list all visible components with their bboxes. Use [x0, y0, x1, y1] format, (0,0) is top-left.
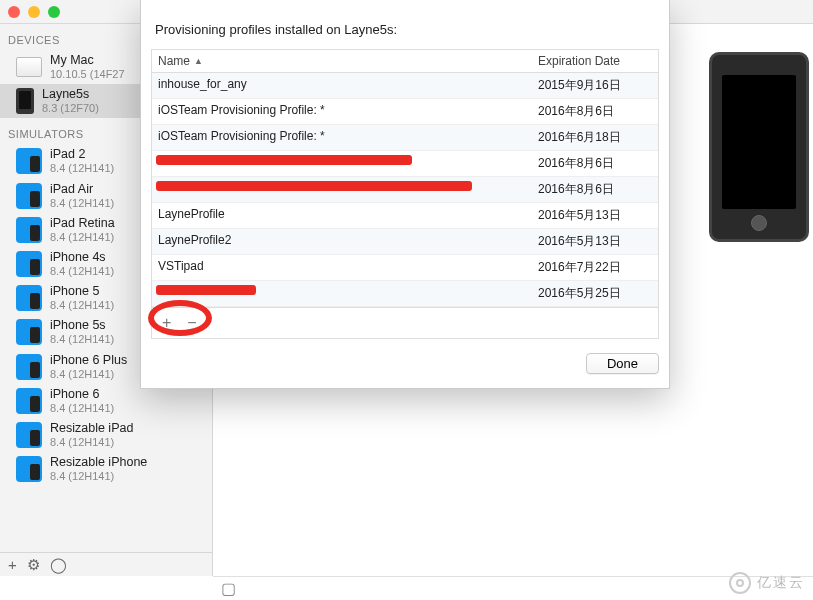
cell-date: 2016年5月25日 — [532, 281, 658, 306]
cell-name: iOSTeam Provisioning Profile: * — [152, 99, 532, 124]
column-header-date[interactable]: Expiration Date — [532, 50, 658, 72]
sort-asc-icon: ▲ — [194, 56, 203, 66]
device-icon — [16, 388, 42, 414]
redaction-mark — [156, 285, 256, 295]
cell-date: 2016年8月6日 — [532, 151, 658, 176]
table-row[interactable]: VSTipad 2016年7月22日 — [152, 255, 658, 281]
device-name: Layne5s — [42, 87, 99, 102]
add-profile-button[interactable]: + — [162, 314, 171, 332]
device-name: iPad Air — [50, 182, 114, 197]
sidebar-bottom-toolbar: + ⚙ ◯ — [0, 552, 212, 576]
table-row[interactable]: inhouse_for_any 2015年9月16日 — [152, 73, 658, 99]
table-row[interactable]: 2016年5月25日 — [152, 281, 658, 307]
table-row[interactable]: iOSTeam Provisioning Profile: * 2016年8月6… — [152, 99, 658, 125]
sheet-title: Provisioning profiles installed on Layne… — [151, 16, 659, 49]
table-footer: + − — [152, 307, 658, 338]
device-icon — [16, 285, 42, 311]
remove-profile-button[interactable]: − — [187, 314, 196, 332]
device-icon — [16, 251, 42, 277]
device-name: iPad Retina — [50, 216, 115, 231]
device-icon — [16, 319, 42, 345]
device-name: iPhone 4s — [50, 250, 114, 265]
sidebar-item[interactable]: Resizable iPad 8.4 (12H141) — [0, 418, 212, 452]
device-name: Resizable iPhone — [50, 455, 147, 470]
device-icon — [16, 217, 42, 243]
zoom-window-icon[interactable] — [48, 6, 60, 18]
watermark: 亿速云 — [729, 572, 805, 594]
device-subtitle: 8.4 (12H141) — [50, 470, 147, 483]
device-icon — [16, 183, 42, 209]
table-header: Name ▲ Expiration Date — [152, 50, 658, 73]
sidebar-gear-icon[interactable]: ⚙ — [27, 556, 40, 574]
watermark-logo-icon — [729, 572, 751, 594]
cell-name — [152, 151, 532, 176]
device-subtitle: 10.10.5 (14F27 — [50, 68, 125, 81]
profiles-table: Name ▲ Expiration Date inhouse_for_any 2… — [151, 49, 659, 339]
table-row[interactable]: LayneProfile 2016年5月13日 — [152, 203, 658, 229]
device-subtitle: 8.4 (12H141) — [50, 368, 127, 381]
device-name: Resizable iPad — [50, 421, 133, 436]
device-name: My Mac — [50, 53, 125, 68]
table-row[interactable]: 2016年8月6日 — [152, 177, 658, 203]
column-header-name[interactable]: Name ▲ — [152, 50, 532, 72]
redaction-mark — [156, 181, 472, 191]
cell-date: 2016年7月22日 — [532, 255, 658, 280]
cell-date: 2016年5月13日 — [532, 229, 658, 254]
device-image — [709, 52, 809, 242]
device-name: iPhone 5s — [50, 318, 114, 333]
device-subtitle: 8.4 (12H141) — [50, 162, 114, 175]
home-button-icon — [751, 215, 767, 231]
cell-date: 2016年8月6日 — [532, 177, 658, 202]
close-window-icon[interactable] — [8, 6, 20, 18]
device-subtitle: 8.4 (12H141) — [50, 299, 114, 312]
column-header-name-label: Name — [158, 54, 190, 68]
cell-name — [152, 177, 532, 202]
sidebar-filter-icon[interactable]: ◯ — [50, 556, 67, 574]
cell-date: 2015年9月16日 — [532, 73, 658, 98]
done-button[interactable]: Done — [586, 353, 659, 374]
device-icon — [16, 354, 42, 380]
device-icon — [16, 456, 42, 482]
cell-name: LayneProfile2 — [152, 229, 532, 254]
minimize-window-icon[interactable] — [28, 6, 40, 18]
detail-bottom-bar: ▢ — [213, 576, 813, 600]
device-subtitle: 8.4 (12H141) — [50, 436, 133, 449]
device-icon — [16, 88, 34, 114]
device-subtitle: 8.4 (12H141) — [50, 333, 114, 346]
panel-toggle-icon[interactable]: ▢ — [221, 579, 236, 598]
cell-date: 2016年6月18日 — [532, 125, 658, 150]
redaction-mark — [156, 155, 412, 165]
cell-name: VSTipad — [152, 255, 532, 280]
cell-name: iOSTeam Provisioning Profile: * — [152, 125, 532, 150]
device-icon — [16, 57, 42, 77]
watermark-text: 亿速云 — [757, 574, 805, 592]
add-device-button[interactable]: + — [8, 556, 17, 573]
cell-name: LayneProfile — [152, 203, 532, 228]
device-name: iPad 2 — [50, 147, 114, 162]
device-name: iPhone 6 — [50, 387, 114, 402]
cell-name — [152, 281, 532, 306]
device-subtitle: 8.4 (12H141) — [50, 265, 114, 278]
table-row[interactable]: iOSTeam Provisioning Profile: * 2016年6月1… — [152, 125, 658, 151]
device-subtitle: 8.4 (12H141) — [50, 402, 114, 415]
cell-date: 2016年8月6日 — [532, 99, 658, 124]
device-subtitle: 8.4 (12H141) — [50, 197, 114, 210]
provisioning-profiles-sheet: Provisioning profiles installed on Layne… — [140, 0, 670, 389]
table-row[interactable]: LayneProfile2 2016年5月13日 — [152, 229, 658, 255]
cell-name: inhouse_for_any — [152, 73, 532, 98]
device-subtitle: 8.3 (12F70) — [42, 102, 99, 115]
table-row[interactable]: 2016年8月6日 — [152, 151, 658, 177]
device-name: iPhone 6 Plus — [50, 353, 127, 368]
cell-date: 2016年5月13日 — [532, 203, 658, 228]
device-name: iPhone 5 — [50, 284, 114, 299]
device-icon — [16, 422, 42, 448]
device-subtitle: 8.4 (12H141) — [50, 231, 115, 244]
traffic-lights — [8, 6, 60, 18]
device-icon — [16, 148, 42, 174]
sidebar-item[interactable]: Resizable iPhone 8.4 (12H141) — [0, 452, 212, 486]
